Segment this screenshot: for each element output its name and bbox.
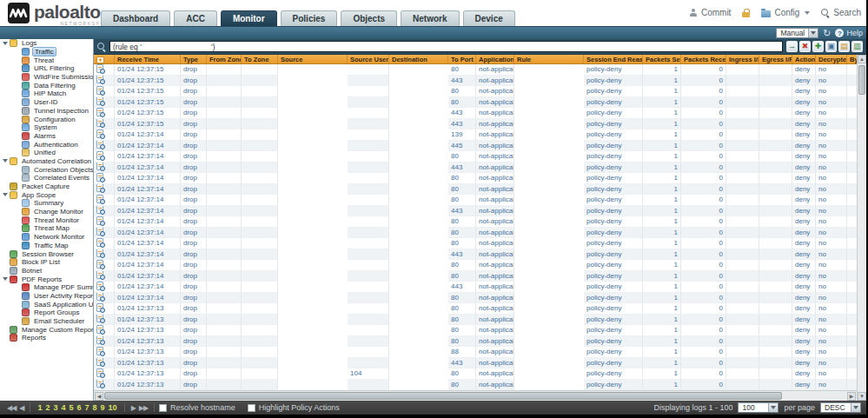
expand-arrow-icon[interactable]	[3, 277, 8, 281]
log-detail-magnifier-icon[interactable]	[96, 358, 103, 367]
last-page-button[interactable]: ▶▶	[139, 404, 148, 412]
sidebar-item-threat[interactable]: Threat	[0, 56, 93, 64]
table-row[interactable]: 01/24 12:37:13drop88not-applicablepolicy…	[94, 347, 866, 358]
tab-network[interactable]: Network	[401, 10, 459, 26]
table-row[interactable]: 01/24 12:37:14drop443not-applicablepolic…	[94, 249, 866, 261]
column-header-packets_received[interactable]: Packets Received	[681, 55, 726, 63]
table-row[interactable]: 01/24 12:37:14drop80not-applicablepolicy…	[94, 216, 866, 228]
column-header-receive_time[interactable]: Receive Time	[115, 55, 181, 63]
log-detail-magnifier-icon[interactable]	[96, 184, 103, 193]
horizontal-scroll-thumb[interactable]	[104, 392, 782, 400]
page-number-8[interactable]: 8	[93, 403, 97, 412]
sidebar-item-hip-match[interactable]: HIP Match	[0, 90, 93, 98]
prev-page-button[interactable]: ◀	[19, 404, 23, 412]
page-number-9[interactable]: 9	[101, 403, 105, 412]
log-detail-magnifier-icon[interactable]	[96, 271, 103, 280]
log-detail-magnifier-icon[interactable]	[96, 108, 103, 116]
table-row[interactable]: 01/24 12:37:14drop445not-applicablepolic…	[94, 141, 866, 152]
refresh-mode-dropdown-icon[interactable]	[808, 29, 818, 37]
log-detail-magnifier-icon[interactable]	[96, 141, 103, 149]
sidebar-item-botnet[interactable]: Botnet	[0, 267, 93, 275]
table-row[interactable]: 01/24 12:37:14drop80not-applicablepolicy…	[94, 151, 866, 163]
log-detail-magnifier-icon[interactable]	[96, 380, 103, 388]
log-detail-magnifier-icon[interactable]	[96, 206, 103, 215]
log-detail-magnifier-icon[interactable]	[96, 293, 103, 302]
commit-button[interactable]: Commit	[690, 8, 731, 17]
table-row[interactable]: 01/24 12:37:14drop80not-applicablepolicy…	[94, 293, 866, 304]
scroll-up-icon[interactable]: ▲	[858, 55, 866, 63]
resolve-hostname-checkbox[interactable]	[159, 404, 167, 412]
load-filter-icon[interactable]: ▤	[838, 41, 850, 52]
table-row[interactable]: 01/24 12:37:15drop443not-applicablepolic…	[94, 76, 866, 87]
table-row[interactable]: 01/24 12:37:14drop80not-applicablepolicy…	[94, 228, 866, 239]
log-detail-magnifier-icon[interactable]	[96, 347, 103, 355]
vertical-scrollbar[interactable]: ▲ ▼	[857, 55, 866, 401]
page-number-5[interactable]: 5	[70, 403, 74, 412]
sidebar-item-pdf-reports[interactable]: PDF Reports	[0, 275, 93, 283]
table-row[interactable]: 01/24 12:37:14drop443not-applicablepolic…	[94, 282, 866, 293]
page-number-7[interactable]: 7	[85, 403, 89, 412]
log-detail-magnifier-icon[interactable]	[96, 195, 103, 203]
table-row[interactable]: 01/24 12:37:15drop80not-applicablepolicy…	[94, 64, 866, 76]
sort-order-dropdown-icon[interactable]	[851, 403, 860, 412]
sidebar-item-manage-custom-reports[interactable]: Manage Custom Reports	[0, 325, 93, 334]
column-header-egress_if[interactable]: Egress I/F	[759, 55, 792, 63]
table-row[interactable]: 01/24 12:37:14drop80not-applicablepolicy…	[94, 260, 866, 271]
highlight-policy-actions-option[interactable]: Highlight Policy Actions	[248, 403, 340, 412]
scroll-left-icon[interactable]: ◀	[95, 392, 103, 401]
table-row[interactable]: 01/24 12:37:13drop10480not-applicablepol…	[94, 368, 866, 380]
column-header-source[interactable]: Source	[278, 55, 348, 63]
table-row[interactable]: 01/24 12:37:13drop80not-applicablepolicy…	[94, 380, 866, 391]
column-chooser-icon[interactable]: ▾	[96, 56, 104, 63]
sidebar-item-app-scope[interactable]: App Scope	[0, 190, 93, 199]
table-row[interactable]: 01/24 12:37:15drop443not-applicablepolic…	[94, 108, 866, 119]
column-header-ingress_if[interactable]: Ingress I/F	[726, 55, 759, 63]
table-row[interactable]: 01/24 12:37:13drop80not-applicablepolicy…	[94, 303, 866, 315]
sidebar-item-system[interactable]: System	[0, 123, 93, 132]
log-detail-magnifier-icon[interactable]	[96, 303, 103, 312]
expand-arrow-icon[interactable]	[3, 42, 8, 45]
resolve-hostname-option[interactable]: Resolve hostname	[159, 403, 235, 412]
table-row[interactable]: 01/24 12:37:14drop80not-applicablepolicy…	[94, 195, 866, 206]
refresh-mode-select[interactable]: Manual	[776, 28, 818, 38]
log-detail-magnifier-icon[interactable]	[96, 315, 103, 323]
column-header-destination[interactable]: Destination	[389, 55, 448, 63]
table-row[interactable]: 01/24 12:37:15drop443not-applicablepolic…	[94, 119, 866, 130]
log-detail-magnifier-icon[interactable]	[96, 282, 103, 290]
sidebar-item-correlation-objects[interactable]: Correlation Objects	[0, 165, 93, 174]
sidebar-item-automated-correlation-engine[interactable]: Automated Correlation Engine	[0, 157, 93, 166]
lock-button[interactable]	[742, 9, 750, 17]
first-page-button[interactable]: ◀◀	[7, 404, 16, 412]
table-row[interactable]: 01/24 12:37:14drop443not-applicablepolic…	[94, 163, 866, 174]
log-detail-magnifier-icon[interactable]	[96, 216, 103, 225]
log-detail-magnifier-icon[interactable]	[96, 260, 103, 269]
clear-filter-icon[interactable]: ✖	[799, 41, 811, 52]
log-detail-magnifier-icon[interactable]	[96, 163, 103, 171]
sidebar-item-network-monitor[interactable]: Network Monitor	[0, 233, 93, 242]
save-filter-icon[interactable]: ▣	[825, 41, 837, 52]
sidebar-item-threat-map[interactable]: Threat Map	[0, 224, 93, 233]
tab-dashboard[interactable]: Dashboard	[101, 10, 170, 26]
sidebar-item-correlated-events[interactable]: Correlated Events	[0, 174, 93, 182]
highlight-policy-actions-checkbox[interactable]	[248, 404, 255, 412]
tab-acc[interactable]: ACC	[174, 10, 217, 26]
expand-arrow-icon[interactable]	[3, 159, 8, 163]
sidebar-item-wildfire-submissions[interactable]: WildFire Submissions	[0, 73, 93, 82]
sidebar-item-data-filtering[interactable]: Data Filtering	[0, 81, 93, 90]
table-row[interactable]: 01/24 12:37:14drop443not-applicablepolic…	[94, 206, 866, 217]
sidebar-item-change-monitor[interactable]: Change Monitor	[0, 208, 93, 216]
vertical-scroll-thumb[interactable]	[858, 65, 865, 95]
log-detail-magnifier-icon[interactable]	[96, 76, 103, 84]
scroll-down-icon[interactable]: ▼	[858, 392, 866, 401]
sidebar-item-reports[interactable]: Reports	[0, 334, 93, 342]
filter-query-input[interactable]	[109, 41, 783, 52]
log-detail-magnifier-icon[interactable]	[96, 173, 103, 182]
column-header-action[interactable]: Action	[792, 55, 816, 63]
tab-device[interactable]: Device	[463, 10, 515, 26]
log-detail-magnifier-icon[interactable]	[96, 129, 103, 138]
sort-order-select[interactable]: DESC	[820, 402, 861, 413]
log-detail-magnifier-icon[interactable]	[96, 249, 103, 258]
log-detail-magnifier-icon[interactable]	[96, 368, 103, 377]
apply-filter-icon[interactable]: →	[786, 41, 798, 52]
sidebar-item-block-ip-list[interactable]: Block IP List	[0, 258, 93, 267]
